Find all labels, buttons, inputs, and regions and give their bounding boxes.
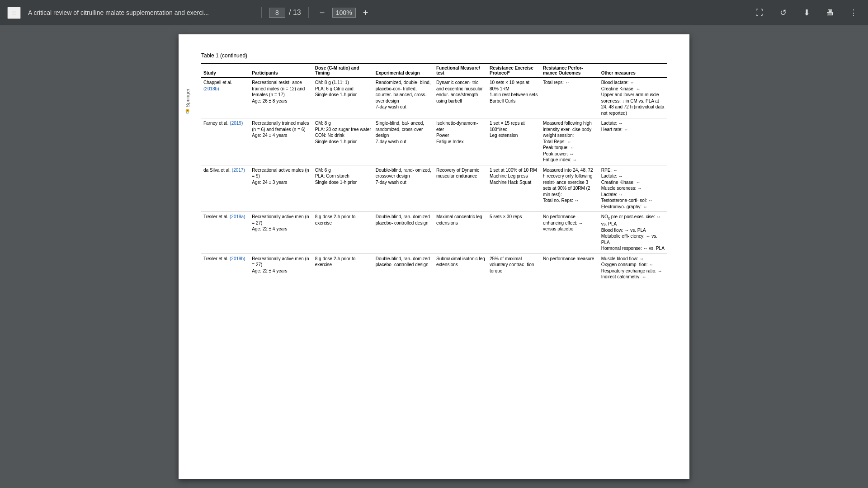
page-input[interactable] [269,8,285,18]
cell-performance: No performance enhancing effect: ↔ versu… [541,212,599,254]
download-button[interactable]: ⬇ [799,5,814,20]
cell-participants: Recreational resist- ance trained males … [250,78,312,118]
col-dose: Dose (C-M ratio) and Timing [313,64,373,78]
col-other: Other measures [599,64,667,78]
cell-study: Chappell et al. (2018b) [201,78,250,118]
table-row: Farney et al. (2019) Recreationally trai… [201,118,667,165]
study-link[interactable]: (2019b) [230,256,245,261]
col-performance: Resistance Perfor- mance Outcomes [541,64,599,78]
zoom-controls: − + [316,6,372,19]
cell-design: Double-blind, rand- omized, crossover de… [373,165,434,212]
cell-participants: Recreational active males (n = 9)Age: 24… [250,165,312,212]
document-title: A critical review of citrulline malate s… [28,9,254,16]
cell-dose: CM: 8 gPLA: 20 oz sugar free waterCON: N… [313,118,373,165]
cell-performance: Measured into 24, 48, 72 h recovery only… [541,165,599,212]
cell-design: Double-blind, ran- domized placebo- cont… [373,253,434,282]
cell-study: Trexler et al. (2019a) [201,212,250,254]
study-link[interactable]: (2018b) [203,86,219,91]
springer-mark: 🔒 Springer [185,89,190,115]
table-footer-line [201,284,667,284]
fit-page-button[interactable]: ⛶ [752,5,767,20]
cell-functional: Isokinetic-dynamom- eterPowerFatigue Ind… [434,118,487,165]
cell-dose: 8 g dose 2-h prior to exercise [313,212,373,254]
cell-dose: 8 g dose 2-h prior to exercise [313,253,373,282]
cell-design: Single-blind, bal- anced, randomized, cr… [373,118,434,165]
pdf-page: 🔒 Springer Table 1 (continued) Study Par… [179,34,689,479]
more-options-button[interactable]: ⋮ [846,5,861,20]
cell-other: Blood lactate: ↔Creatine Kinase: ↔Upper … [599,78,667,118]
main-table: Study Participants Dose (C-M ratio) and … [201,63,667,282]
cell-protocol: 1 set × 15 reps at 180°/secLeg extension [487,118,541,165]
cell-other: Muscle blood flow: ↔Oxygen consump- tion… [599,253,667,282]
cell-functional: Dynamic concen- tric and eccentric muscu… [434,78,487,118]
cell-functional: Recovery of Dynamic muscular endurance [434,165,487,212]
cell-study: Farney et al. (2019) [201,118,250,165]
cell-participants: Recreationally trained males (n = 6) and… [250,118,312,165]
toolbar: ≡ A critical review of citrulline malate… [0,0,868,25]
rotate-button[interactable]: ↺ [776,5,790,20]
cell-other: Lactate: ↔Heart rate: ↔ [599,118,667,165]
cell-functional: Submaximal isotonic leg extensions [434,253,487,282]
cell-design: Randomized, double- blind, placebo-con- … [373,78,434,118]
zoom-in-button[interactable]: + [359,6,372,19]
cell-performance: No performance measure [541,253,599,282]
cell-design: Double-blind, ran- domized placebo- cont… [373,212,434,254]
cell-study: da Silva et al. (2017) [201,165,250,212]
col-design: Experimental design [373,64,434,78]
cell-dose: CM: 8 g (1.11: 1)PLA: 6 g Citric acidSin… [313,78,373,118]
table-caption-cont: (continued) [220,52,247,59]
table-row: da Silva et al. (2017) Recreational acti… [201,165,667,212]
cell-performance: Total reps: ↔ [541,78,599,118]
divider-2 [308,7,309,18]
col-participants: Participants [250,64,312,78]
zoom-out-button[interactable]: − [316,6,329,19]
study-link[interactable]: (2017) [232,168,245,173]
cell-performance: Measured following high intensity exer- … [541,118,599,165]
toolbar-right-actions: ⛶ ↺ ⬇ 🖶 ⋮ [752,5,861,20]
menu-button[interactable]: ≡ [7,7,21,19]
cell-protocol: 25% of maximal voluntary contrac- tion t… [487,253,541,282]
cell-dose: CM: 6 gPLA: Corn starchSingle dose 1-h p… [313,165,373,212]
col-study: Study [201,64,250,78]
page-separator: / 13 [289,9,301,17]
cell-protocol: 5 sets × 30 reps [487,212,541,254]
table-row: Trexler et al. (2019b) Recreationally ac… [201,253,667,282]
table-row: Chappell et al. (2018b) Recreational res… [201,78,667,118]
study-link[interactable]: (2019) [230,121,243,126]
zoom-input[interactable] [332,8,356,18]
cell-participants: Recreationally active men (n = 27)Age: 2… [250,212,312,254]
right-watermark: European Journal of Appl... [695,305,699,355]
table-row: Trexler et al. (2019a) Recreationally ac… [201,212,667,254]
cell-study: Trexler et al. (2019b) [201,253,250,282]
print-button[interactable]: 🖶 [823,5,837,20]
divider-1 [261,7,262,18]
page-controls: / 13 [269,8,301,18]
cell-other: NOx pre or post-exer- cise: ↔ vs. PLABlo… [599,212,667,254]
table-caption: Table 1 (continued) [201,52,667,59]
cell-functional: Maximal concentric leg extensions [434,212,487,254]
col-functional: Functional Measure/ test [434,64,487,78]
pdf-viewer[interactable]: 🔒 Springer Table 1 (continued) Study Par… [0,25,868,488]
cell-participants: Recreationally active men (n = 27)Age: 2… [250,253,312,282]
cell-other: RPE: ↔Lactate: ↔Creatine Kinase: ↔Muscle… [599,165,667,212]
cell-protocol: 10 sets × 10 reps at 80% 1RM1-min rest b… [487,78,541,118]
cell-protocol: 1 set at 100% of 10 RMMachine Leg pressM… [487,165,541,212]
study-link[interactable]: (2019a) [230,214,245,219]
col-protocol: Resistance Exercise Protocol* [487,64,541,78]
